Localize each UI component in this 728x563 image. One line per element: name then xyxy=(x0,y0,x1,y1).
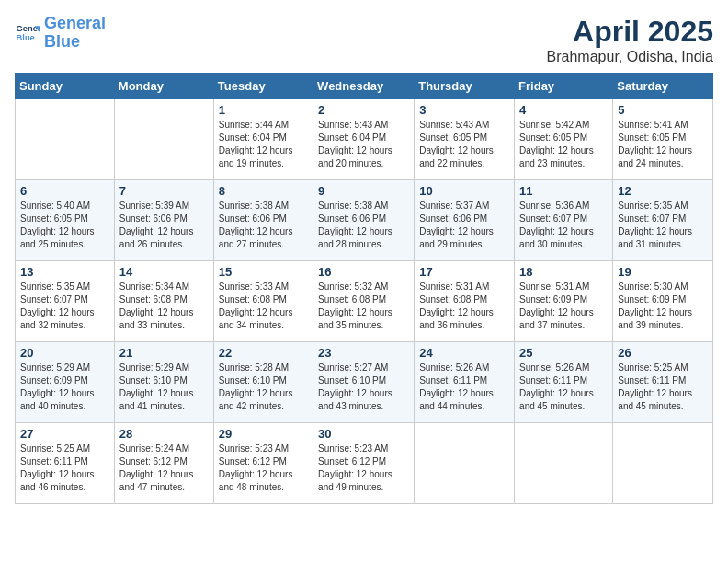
calendar-cell: 7Sunrise: 5:39 AM Sunset: 6:06 PM Daylig… xyxy=(114,180,213,261)
day-detail: Sunrise: 5:30 AM Sunset: 6:09 PM Dayligh… xyxy=(618,281,708,332)
day-number: 21 xyxy=(119,346,209,360)
calendar-cell: 2Sunrise: 5:43 AM Sunset: 6:04 PM Daylig… xyxy=(313,99,415,180)
day-detail: Sunrise: 5:35 AM Sunset: 6:07 PM Dayligh… xyxy=(618,200,708,251)
day-number: 16 xyxy=(318,265,409,279)
calendar-cell: 22Sunrise: 5:28 AM Sunset: 6:10 PM Dayli… xyxy=(213,342,313,423)
day-number: 9 xyxy=(318,184,409,198)
calendar-cell: 8Sunrise: 5:38 AM Sunset: 6:06 PM Daylig… xyxy=(213,180,313,261)
calendar-week-row: 1Sunrise: 5:44 AM Sunset: 6:04 PM Daylig… xyxy=(16,99,713,180)
day-number: 4 xyxy=(519,103,608,117)
day-number: 13 xyxy=(20,265,109,279)
header: General Blue General Blue April 2025 Bra… xyxy=(15,15,713,65)
logo-text: General Blue xyxy=(44,15,106,52)
day-detail: Sunrise: 5:43 AM Sunset: 6:04 PM Dayligh… xyxy=(318,119,409,170)
day-number: 2 xyxy=(318,103,409,117)
logo: General Blue General Blue xyxy=(15,15,106,52)
calendar-cell: 1Sunrise: 5:44 AM Sunset: 6:04 PM Daylig… xyxy=(213,99,313,180)
day-number: 23 xyxy=(318,346,409,360)
day-detail: Sunrise: 5:42 AM Sunset: 6:05 PM Dayligh… xyxy=(519,119,608,170)
calendar-week-row: 6Sunrise: 5:40 AM Sunset: 6:05 PM Daylig… xyxy=(16,180,713,261)
day-number: 15 xyxy=(219,265,308,279)
weekday-header-cell: Wednesday xyxy=(313,74,415,99)
day-detail: Sunrise: 5:43 AM Sunset: 6:05 PM Dayligh… xyxy=(419,119,509,170)
day-detail: Sunrise: 5:28 AM Sunset: 6:10 PM Dayligh… xyxy=(219,362,308,413)
day-detail: Sunrise: 5:26 AM Sunset: 6:11 PM Dayligh… xyxy=(519,362,608,413)
day-number: 7 xyxy=(119,184,209,198)
day-detail: Sunrise: 5:26 AM Sunset: 6:11 PM Dayligh… xyxy=(419,362,509,413)
day-detail: Sunrise: 5:44 AM Sunset: 6:04 PM Dayligh… xyxy=(219,119,308,170)
day-number: 14 xyxy=(119,265,209,279)
day-number: 27 xyxy=(20,427,109,441)
day-detail: Sunrise: 5:25 AM Sunset: 6:11 PM Dayligh… xyxy=(618,362,708,413)
calendar-cell: 5Sunrise: 5:41 AM Sunset: 6:05 PM Daylig… xyxy=(613,99,713,180)
day-detail: Sunrise: 5:31 AM Sunset: 6:09 PM Dayligh… xyxy=(519,281,608,332)
calendar-cell: 23Sunrise: 5:27 AM Sunset: 6:10 PM Dayli… xyxy=(313,342,415,423)
calendar-week-row: 13Sunrise: 5:35 AM Sunset: 6:07 PM Dayli… xyxy=(16,261,713,342)
day-number: 8 xyxy=(219,184,308,198)
weekday-header-cell: Thursday xyxy=(415,74,515,99)
day-detail: Sunrise: 5:29 AM Sunset: 6:10 PM Dayligh… xyxy=(119,362,209,413)
title-area: April 2025 Brahmapur, Odisha, India xyxy=(547,15,713,65)
calendar-cell xyxy=(515,423,613,504)
day-number: 30 xyxy=(318,427,409,441)
day-detail: Sunrise: 5:37 AM Sunset: 6:06 PM Dayligh… xyxy=(419,200,509,251)
day-number: 3 xyxy=(419,103,509,117)
calendar-subtitle: Brahmapur, Odisha, India xyxy=(547,49,713,65)
calendar-week-row: 20Sunrise: 5:29 AM Sunset: 6:09 PM Dayli… xyxy=(16,342,713,423)
calendar-cell: 19Sunrise: 5:30 AM Sunset: 6:09 PM Dayli… xyxy=(613,261,713,342)
day-number: 6 xyxy=(20,184,109,198)
day-number: 5 xyxy=(618,103,708,117)
calendar-cell: 18Sunrise: 5:31 AM Sunset: 6:09 PM Dayli… xyxy=(515,261,613,342)
calendar-week-row: 27Sunrise: 5:25 AM Sunset: 6:11 PM Dayli… xyxy=(16,423,713,504)
day-detail: Sunrise: 5:33 AM Sunset: 6:08 PM Dayligh… xyxy=(219,281,308,332)
day-number: 1 xyxy=(219,103,308,117)
day-number: 22 xyxy=(219,346,308,360)
calendar-cell: 14Sunrise: 5:34 AM Sunset: 6:08 PM Dayli… xyxy=(114,261,213,342)
calendar-cell: 11Sunrise: 5:36 AM Sunset: 6:07 PM Dayli… xyxy=(515,180,613,261)
calendar-cell: 24Sunrise: 5:26 AM Sunset: 6:11 PM Dayli… xyxy=(415,342,515,423)
day-detail: Sunrise: 5:39 AM Sunset: 6:06 PM Dayligh… xyxy=(119,200,209,251)
day-number: 20 xyxy=(20,346,109,360)
logo-line2: Blue xyxy=(44,32,80,51)
day-detail: Sunrise: 5:23 AM Sunset: 6:12 PM Dayligh… xyxy=(318,442,409,494)
calendar-cell: 16Sunrise: 5:32 AM Sunset: 6:08 PM Dayli… xyxy=(313,261,415,342)
calendar-cell: 4Sunrise: 5:42 AM Sunset: 6:05 PM Daylig… xyxy=(515,99,613,180)
day-detail: Sunrise: 5:25 AM Sunset: 6:11 PM Dayligh… xyxy=(20,442,109,494)
calendar-cell: 26Sunrise: 5:25 AM Sunset: 6:11 PM Dayli… xyxy=(613,342,713,423)
calendar-cell: 17Sunrise: 5:31 AM Sunset: 6:08 PM Dayli… xyxy=(415,261,515,342)
day-detail: Sunrise: 5:31 AM Sunset: 6:08 PM Dayligh… xyxy=(419,281,509,332)
calendar-cell xyxy=(613,423,713,504)
day-number: 26 xyxy=(618,346,708,360)
calendar-cell: 21Sunrise: 5:29 AM Sunset: 6:10 PM Dayli… xyxy=(114,342,213,423)
svg-text:Blue: Blue xyxy=(17,33,35,42)
logo-icon: General Blue xyxy=(15,20,40,46)
calendar-cell: 9Sunrise: 5:38 AM Sunset: 6:06 PM Daylig… xyxy=(313,180,415,261)
logo-line1: General xyxy=(44,14,106,32)
calendar-table: SundayMondayTuesdayWednesdayThursdayFrid… xyxy=(15,73,713,504)
calendar-cell: 29Sunrise: 5:23 AM Sunset: 6:12 PM Dayli… xyxy=(213,423,313,504)
day-detail: Sunrise: 5:41 AM Sunset: 6:05 PM Dayligh… xyxy=(618,119,708,170)
calendar-cell xyxy=(114,99,213,180)
calendar-cell: 25Sunrise: 5:26 AM Sunset: 6:11 PM Dayli… xyxy=(515,342,613,423)
day-detail: Sunrise: 5:27 AM Sunset: 6:10 PM Dayligh… xyxy=(318,362,409,413)
day-detail: Sunrise: 5:34 AM Sunset: 6:08 PM Dayligh… xyxy=(119,281,209,332)
day-detail: Sunrise: 5:35 AM Sunset: 6:07 PM Dayligh… xyxy=(20,281,109,332)
calendar-cell: 3Sunrise: 5:43 AM Sunset: 6:05 PM Daylig… xyxy=(415,99,515,180)
day-number: 28 xyxy=(119,427,209,441)
calendar-cell: 27Sunrise: 5:25 AM Sunset: 6:11 PM Dayli… xyxy=(16,423,115,504)
day-detail: Sunrise: 5:32 AM Sunset: 6:08 PM Dayligh… xyxy=(318,281,409,332)
day-detail: Sunrise: 5:29 AM Sunset: 6:09 PM Dayligh… xyxy=(20,362,109,413)
day-number: 18 xyxy=(519,265,608,279)
calendar-cell: 30Sunrise: 5:23 AM Sunset: 6:12 PM Dayli… xyxy=(313,423,415,504)
weekday-header-cell: Sunday xyxy=(16,74,115,99)
calendar-cell: 15Sunrise: 5:33 AM Sunset: 6:08 PM Dayli… xyxy=(213,261,313,342)
calendar-cell: 12Sunrise: 5:35 AM Sunset: 6:07 PM Dayli… xyxy=(613,180,713,261)
weekday-header-row: SundayMondayTuesdayWednesdayThursdayFrid… xyxy=(16,74,713,99)
calendar-title: April 2025 xyxy=(547,15,713,49)
day-number: 17 xyxy=(419,265,509,279)
calendar-cell: 6Sunrise: 5:40 AM Sunset: 6:05 PM Daylig… xyxy=(16,180,115,261)
day-number: 25 xyxy=(519,346,608,360)
day-number: 10 xyxy=(419,184,509,198)
weekday-header-cell: Tuesday xyxy=(213,74,313,99)
calendar-cell: 28Sunrise: 5:24 AM Sunset: 6:12 PM Dayli… xyxy=(114,423,213,504)
